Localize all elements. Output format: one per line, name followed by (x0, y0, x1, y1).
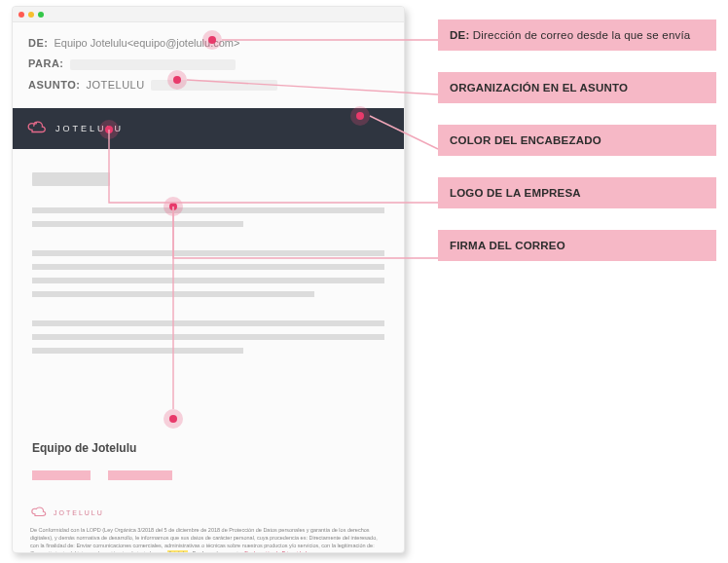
minimize-dot (28, 12, 34, 18)
window-titlebar (13, 7, 404, 22)
legal-paragraph-1: De Conformidad con la LOPD (Ley Orgánica… (30, 527, 386, 553)
subject-value: JOTELULU (86, 78, 144, 93)
signature-name: Equipo de Jotelulu (32, 441, 384, 455)
callout-text: ORGANIZACIÓN EN EL ASUNTO (450, 82, 628, 94)
email-headerbar: JOTELULU (13, 108, 404, 149)
email-footer: JOTELULU De Conformidad con la LOPD (Ley… (13, 494, 404, 553)
hotspot-signature-ref (164, 197, 183, 216)
body-line (32, 334, 384, 340)
callout-subject: ORGANIZACIÓN EN EL ASUNTO (438, 72, 716, 103)
email-signature: Equipo de Jotelulu (13, 435, 404, 494)
cloud-logo-icon (26, 119, 48, 138)
close-dot (18, 12, 24, 18)
callout-text: Dirección de correo desde la que se enví… (469, 29, 690, 41)
email-window: DE: Equipo Jotelulu<equipo@jotelulu.com>… (12, 6, 405, 553)
hotspot-logo (99, 120, 119, 139)
legal-text: . Por favor, lea nuestra (189, 550, 244, 553)
callout-headercolor: COLOR DEL ENCABEZADO (438, 125, 716, 156)
hotspot-subject (167, 70, 187, 90)
hotspot-signature (164, 409, 183, 429)
callout-from: DE: Dirección de correo desde la que se … (438, 19, 716, 51)
footer-logo-wrapper: JOTELULU (30, 504, 386, 521)
body-line (32, 291, 314, 297)
callout-text: LOGO DE LA EMPRESA (450, 187, 581, 199)
body-heading-placeholder (32, 172, 110, 186)
hotspot-from (202, 30, 222, 50)
callout-text: COLOR DEL ENCABEZADO (450, 134, 601, 146)
callout-signature: FIRMA DEL CORREO (438, 230, 716, 261)
body-line (32, 320, 384, 326)
email-body (13, 149, 404, 435)
signature-bar (32, 470, 91, 480)
footer-logo-text: JOTELULU (54, 509, 104, 516)
body-line (32, 278, 384, 283)
legal-highlight: Jotelulu (167, 550, 188, 553)
body-line (32, 207, 384, 213)
from-label: DE: (28, 36, 48, 51)
callout-logo: LOGO DE LA EMPRESA (438, 177, 716, 208)
body-line (32, 221, 243, 227)
to-label: PARA: (28, 56, 64, 71)
subject-row: ASUNTO: JOTELULU (28, 78, 388, 93)
to-row: PARA: (28, 56, 388, 71)
body-line (32, 348, 243, 354)
maximize-dot (38, 12, 44, 18)
subject-label: ASUNTO: (28, 78, 80, 93)
legal-text: . (309, 550, 310, 553)
legal-text: De Conformidad con la LOPD (Ley Orgánica… (30, 527, 378, 553)
body-line (32, 264, 384, 270)
callout-list: DE: Dirección de correo desde la que se … (438, 19, 716, 282)
hotspot-headerbar (350, 106, 370, 126)
signature-bar (108, 470, 172, 480)
callout-text: FIRMA DEL CORREO (450, 240, 565, 251)
cloud-logo-icon (30, 504, 48, 521)
callout-strong: DE: (450, 29, 469, 41)
body-line (32, 250, 384, 256)
to-value-placeholder (70, 59, 236, 70)
privacy-link[interactable]: Declaración de Privacidad (244, 550, 307, 553)
